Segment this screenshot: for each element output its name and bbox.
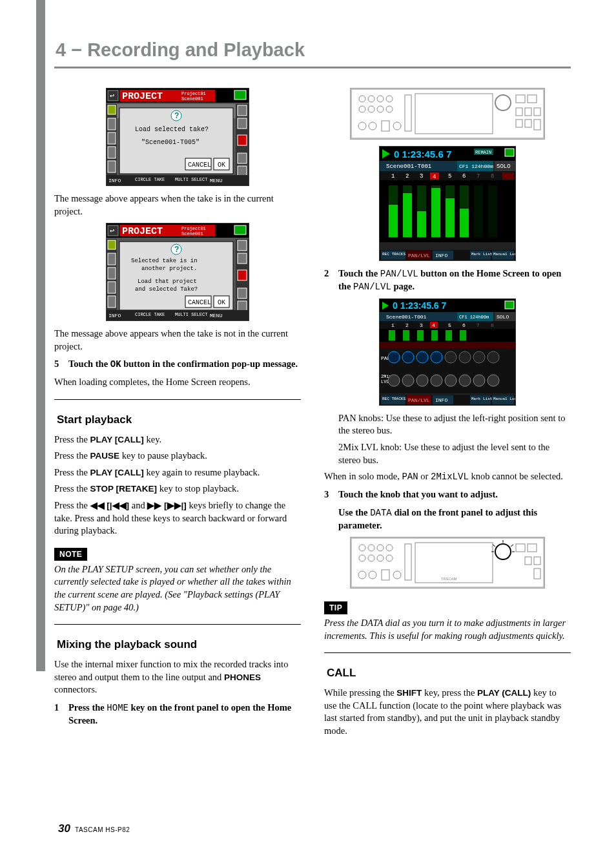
svg-text:Scene001: Scene001 — [181, 96, 203, 101]
svg-rect-87 — [415, 94, 493, 134]
svg-text:Project01: Project01 — [181, 91, 206, 96]
step-5-num: 5 — [54, 358, 62, 371]
data-code: DATA — [370, 508, 392, 518]
svg-text:2: 2 — [406, 322, 409, 328]
svg-text:MULTI SELECT: MULTI SELECT — [175, 177, 207, 182]
svg-point-190 — [388, 375, 400, 386]
step3-line1: Touch the knob that you want to adjust. — [338, 488, 571, 501]
heading-mixing: Mixing the playback sound — [54, 636, 301, 654]
home-code: HOME — [107, 703, 128, 713]
svg-point-197 — [488, 375, 499, 386]
svg-text:CF1 124h00m: CF1 124h00m — [459, 315, 489, 320]
step-2: 2 Touch the PAN/LVL button on the Home S… — [324, 267, 571, 293]
svg-text:MENU: MENU — [210, 313, 222, 318]
tip-text: Press the DATA dial as you turn it to ma… — [324, 617, 571, 642]
svg-point-185 — [473, 351, 485, 363]
solo-line: When in solo mode, PAN or 2MixLVL knob c… — [324, 470, 571, 483]
footer-model: TASCAM HS-P82 — [75, 826, 130, 833]
svg-rect-29 — [238, 153, 247, 163]
step-3: 3 Touch the knob that you want to adjust… — [324, 488, 571, 532]
svg-text:8: 8 — [491, 173, 494, 180]
svg-text:4: 4 — [432, 322, 435, 328]
svg-point-192 — [416, 375, 428, 386]
svg-rect-173 — [431, 330, 438, 340]
ok-code: OK — [110, 359, 121, 370]
figure-project-popup-2: ↩ PROJECT Project01 Scene001 — [54, 223, 301, 321]
svg-text:0 1:23:45.6 7: 0 1:23:45.6 7 — [394, 149, 451, 160]
svg-point-182 — [431, 351, 442, 363]
svg-rect-65 — [238, 270, 247, 280]
side-accent-bar — [36, 0, 45, 671]
svg-rect-50 — [108, 282, 116, 293]
loading-done: When loading completes, the Home Screen … — [54, 376, 301, 389]
svg-point-184 — [459, 351, 471, 363]
svg-text:3: 3 — [420, 322, 423, 328]
svg-point-183 — [445, 351, 457, 363]
svg-text:3: 3 — [420, 173, 423, 180]
svg-text:OK: OK — [218, 162, 225, 169]
svg-text:0 1:23:45.6 7: 0 1:23:45.6 7 — [393, 300, 446, 311]
svg-rect-134 — [474, 185, 483, 237]
svg-rect-66 — [238, 288, 247, 298]
svg-text:INFO: INFO — [435, 397, 447, 403]
svg-text:MENU: MENU — [210, 178, 222, 183]
svg-rect-49 — [108, 267, 116, 279]
svg-point-194 — [445, 375, 457, 386]
svg-text:REMAIN: REMAIN — [475, 150, 491, 155]
svg-rect-123 — [389, 205, 398, 237]
svg-rect-14 — [108, 132, 116, 144]
svg-text:INFO: INFO — [108, 178, 121, 183]
svg-rect-51 — [108, 296, 116, 307]
lvl-line: 2Mix LVL knob: Use these to adjust the l… — [338, 441, 571, 466]
figure-project-popup-1: ↩ PROJECT Project01 Scene001 — [54, 88, 301, 186]
step3-line2a: Use the — [338, 507, 370, 517]
svg-rect-125 — [403, 193, 412, 237]
page-number: 30 — [58, 822, 70, 835]
svg-rect-175 — [460, 330, 466, 340]
note-text: On the PLAY SETUP screen, you can set wh… — [54, 563, 301, 614]
svg-text:2: 2 — [406, 173, 409, 180]
pan-code-2: PAN/LVL — [353, 282, 391, 292]
svg-rect-30 — [238, 166, 247, 176]
svg-text:Selected take is in: Selected take is in — [131, 258, 198, 264]
svg-rect-44 — [234, 225, 246, 234]
svg-text:Scene001-T001: Scene001-T001 — [386, 314, 427, 320]
svg-text:INFO: INFO — [108, 313, 121, 318]
step-5-text-a: Touch the — [68, 359, 110, 369]
svg-rect-26 — [238, 105, 247, 116]
device-svg-1 — [350, 88, 545, 140]
svg-text:1: 1 — [391, 322, 395, 328]
sp-line5: Press the ◀◀ [|◀◀] and ▶▶ [▶▶|] keys bri… — [54, 499, 301, 537]
step2-c: page. — [391, 281, 415, 291]
device-svg-2: TASCAM — [350, 537, 545, 589]
svg-text:CANCEL: CANCEL — [188, 162, 211, 169]
svg-text:6: 6 — [462, 322, 466, 328]
svg-text:CANCEL: CANCEL — [188, 299, 211, 306]
svg-text:Mark List: Mark List — [471, 397, 492, 401]
svg-text:8: 8 — [491, 322, 494, 328]
heading-call: CALL — [324, 665, 571, 683]
figure-panlvl-screen: 0 1:23:45.6 7 Scene001-T001 CF1 124h00m … — [324, 298, 571, 406]
svg-rect-120 — [502, 172, 514, 180]
svg-text:TASCAM: TASCAM — [441, 577, 457, 581]
svg-rect-172 — [417, 330, 424, 340]
pan-code-1: PAN/LVL — [380, 269, 418, 279]
svg-rect-171 — [403, 330, 409, 340]
fig1-caption: The message above appears when the take … — [54, 193, 301, 218]
svg-rect-170 — [389, 330, 395, 340]
svg-rect-152 — [505, 301, 514, 309]
svg-rect-47 — [108, 240, 116, 249]
svg-rect-28 — [238, 135, 247, 145]
step-1: 1 Press the HOME key on the front panel … — [54, 702, 301, 727]
svg-text:?: ? — [174, 111, 179, 120]
step1-a: Press the — [68, 702, 107, 713]
svg-text:PAN/LVL: PAN/LVL — [408, 253, 430, 258]
svg-text:CF1 124h00m: CF1 124h00m — [459, 163, 493, 169]
svg-text:PROJECT: PROJECT — [122, 91, 163, 102]
left-column: ↩ PROJECT Project01 Scene001 — [54, 83, 301, 741]
svg-text:1: 1 — [391, 173, 395, 180]
svg-point-193 — [431, 375, 442, 386]
svg-text:REC TRACKS: REC TRACKS — [382, 252, 406, 256]
svg-text:SOLO: SOLO — [497, 314, 509, 320]
svg-text:Scene001: Scene001 — [181, 231, 203, 236]
